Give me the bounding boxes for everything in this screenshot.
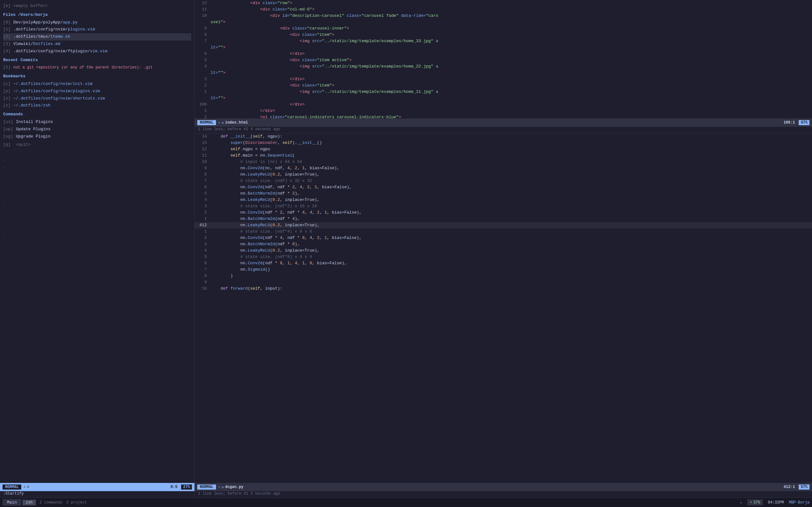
ln-3: 3 — [195, 76, 211, 82]
lc-4b: lt=""> — [211, 70, 812, 76]
cmd-install-plugins[interactable]: [ui] Install Plugins — [3, 118, 191, 126]
ln-106: 106 — [195, 101, 211, 108]
py-line-8: 8 nn.LeakyReLU(0.2, inplace=True), — [195, 171, 812, 178]
right-top-statusbar-right: 106:1 47% — [780, 120, 809, 125]
py-ln-14: 14 — [195, 133, 211, 140]
html-line-6: 6 </div> — [195, 51, 812, 57]
lc-1: <img src="../static/img/template/example… — [211, 89, 812, 95]
py-lc-b10: def forward(self, input): — [211, 285, 812, 292]
lc-10b: usel"> — [211, 19, 812, 25]
ln-7: 7 — [195, 38, 211, 44]
py-ln-b2: 2 — [195, 235, 211, 241]
tilde-5: ~ — [3, 177, 191, 184]
html-line-8: 8 <div class="item"> — [195, 32, 812, 38]
py-line-4: 4 nn.LeakyReLU(0.2, inplace=True), — [195, 197, 812, 203]
quit-item[interactable]: [q] <quit> — [3, 141, 191, 149]
file-path-0: Dev/polyApp/polyApp/app.py — [13, 19, 78, 26]
lc-7b: lt=""> — [211, 44, 812, 51]
py-line-b8: 8 ) — [195, 273, 812, 279]
py-line-13: 13 super(Discriminator, self).__init__() — [195, 140, 812, 146]
bookmark-p[interactable]: [p] ~/.dotfiles/config/nvim/plugins.vim — [3, 88, 191, 95]
py-ln-7: 7 — [195, 178, 211, 184]
music-icon: ♪ — [740, 500, 742, 505]
bookmark-s[interactable]: [s] ~/.dotfiles/config/nvim/shortcuts.vi… — [3, 95, 191, 102]
py-ln-2: 2 — [195, 210, 211, 216]
py-line-14: 14 def __init__(self, ngpu): — [195, 133, 812, 140]
bookmarks-header: Bookmarks — [3, 73, 191, 80]
right-bottom-pane: 14 def __init__(self, ngpu): 13 super(Di… — [195, 133, 812, 498]
tab-main[interactable]: Main — [3, 499, 21, 506]
py-ln-5: 5 — [195, 190, 211, 197]
lc-11: <div class="col-md-6"> — [211, 6, 812, 13]
py-line-5: 5 nn.BatchNorm2d(ndf * 2), — [195, 190, 812, 197]
file-item-1[interactable]: [1] .dotfiles/config/nvim/plugins.vim — [3, 26, 191, 33]
bookmark-path-z: ~/.dotfiles/zsh — [13, 102, 50, 109]
py-lc-4: nn.LeakyReLU(0.2, inplace=True), — [211, 197, 812, 203]
py-ln-412: 412 — [195, 222, 211, 228]
py-lc-10: # input is (nc) x 64 x 64 — [211, 159, 812, 165]
commit-idx-5: [5] — [3, 64, 13, 71]
ln-11: 11 — [195, 6, 211, 13]
file-idx-2: [2] — [3, 34, 13, 40]
html-line-r1: 1 </div> — [195, 108, 812, 114]
ln-8: 8 — [195, 32, 211, 38]
py-lc-8: nn.LeakyReLU(0.2, inplace=True), — [211, 171, 812, 178]
py-lc-b7: nn.Sigmoid() — [211, 267, 812, 273]
right-top-icon2: ◇ — [221, 120, 223, 125]
py-lc-b1: # state size. (ndf*4) x 8 x 8 — [211, 228, 812, 235]
cmd-label-ui: Install Plugins — [16, 119, 53, 125]
tilde-10: ~ — [3, 210, 191, 217]
html-line-3: 3 </div> — [195, 76, 812, 82]
py-lc-2: nn.Conv2d(ndf * 2, ndf * 4, 4, 2, 1, bia… — [211, 210, 812, 216]
cmd-update-plugins[interactable]: [up] Update Plugins — [3, 126, 191, 133]
lc-3: </div> — [211, 76, 812, 82]
ln-6: 6 — [195, 51, 211, 57]
py-line-412: 412 nn.LeakyReLU(0.2, inplace=True), — [195, 222, 812, 228]
file-item-2[interactable]: [2] .dotfiles/tmux/theme.sh — [3, 33, 191, 41]
py-line-b4: 4 nn.LeakyReLU(0.2, inplace=True), — [195, 247, 812, 254]
html-line-r2: 2 <ol class="carousel-indicators carouse… — [195, 114, 812, 118]
bookmark-key-s: [s] — [3, 95, 13, 102]
bookmark-c[interactable]: [c] ~/.dotfiles/config/nvim/init.vim — [3, 80, 191, 88]
file-item-3[interactable]: [3] Vimwiki/Dotfiles.md — [3, 41, 191, 48]
cmd-key-ug: [ug] — [3, 133, 16, 140]
left-content: [e] <empty buffer> Files /Users/borja [0… — [0, 0, 194, 483]
left-pane: [e] <empty buffer> Files /Users/borja [0… — [0, 0, 195, 498]
empty-buffer-label: [e] <empty buffer> — [3, 3, 48, 9]
file-path-4: .dotfiles/config/nvim/ftplugin/vim.vim — [13, 48, 107, 55]
tilde-2: ~ — [3, 158, 191, 164]
quit-key: [q] — [3, 142, 16, 148]
py-line-6: 6 nn.Conv2d(ndf, ndf * 2, 4, 2, 1, bias=… — [195, 184, 812, 190]
right-bottom-statusbar: NORMAL ⚡ ◇ dcgan.py 412:1 57% — [195, 483, 812, 491]
lc-10: <div id="description-carousel" class="ca… — [211, 13, 812, 19]
html-line-11: 11 <div class="col-md-6"> — [195, 6, 812, 13]
right-top-statusbar: NORMAL ⚡ ◇ index.html 106:1 47% — [195, 118, 812, 127]
py-lc-6: nn.Conv2d(ndf, ndf * 2, 4, 2, 1, bias=Fa… — [211, 184, 812, 190]
html-line-9: 9 <div class="carousel-inner"> — [195, 25, 812, 32]
right-bot-pos: 412:1 — [783, 485, 795, 489]
file-item-0[interactable]: [0] Dev/polyApp/polyApp/app.py — [3, 19, 191, 26]
ln-1: 1 — [195, 89, 211, 95]
tab-zsh[interactable]: zsh — [22, 500, 36, 505]
right-top-pos: 106:1 — [783, 120, 795, 125]
tilde-4: ~ — [3, 171, 191, 178]
lc-2: <div class="item"> — [211, 82, 812, 89]
file-item-4[interactable]: [4] .dotfiles/config/nvim/ftplugin/vim.v… — [3, 48, 191, 55]
py-line-b2: 2 nn.Conv2d(ndf * 4, ndf * 8, 4, 2, 1, b… — [195, 235, 812, 241]
tilde-11: ~ — [3, 217, 191, 224]
py-line-2: 2 nn.Conv2d(ndf * 2, ndf * 4, 4, 2, 1, b… — [195, 210, 812, 216]
html-line-7: 7 <img src="../static/img/template/examp… — [195, 38, 812, 44]
tab-info-project: 3 project — [66, 500, 87, 505]
py-ln-b5: 5 — [195, 254, 211, 260]
py-lc-12: self.ngpu = ngpu — [211, 146, 812, 153]
lightning-icon: ⚡ — [23, 485, 26, 490]
cmd-upgrade-plugin[interactable]: [ug] Upgrade Plugin — [3, 133, 191, 140]
ln-9: 9 — [195, 25, 211, 32]
bookmark-z[interactable]: [z] ~/.dotfiles/zsh — [3, 102, 191, 109]
right-bot-mode: NORMAL — [197, 485, 216, 490]
html-line-4: 4 <img src="../static/img/template/examp… — [195, 63, 812, 70]
tilde-8: ~ — [3, 198, 191, 204]
py-line-b6: 6 nn.Conv2d(ndf * 8, 1, 4, 1, 0, bias=Fa… — [195, 260, 812, 267]
py-ln-8: 8 — [195, 171, 211, 178]
lc-8: <div class="item"> — [211, 32, 812, 38]
